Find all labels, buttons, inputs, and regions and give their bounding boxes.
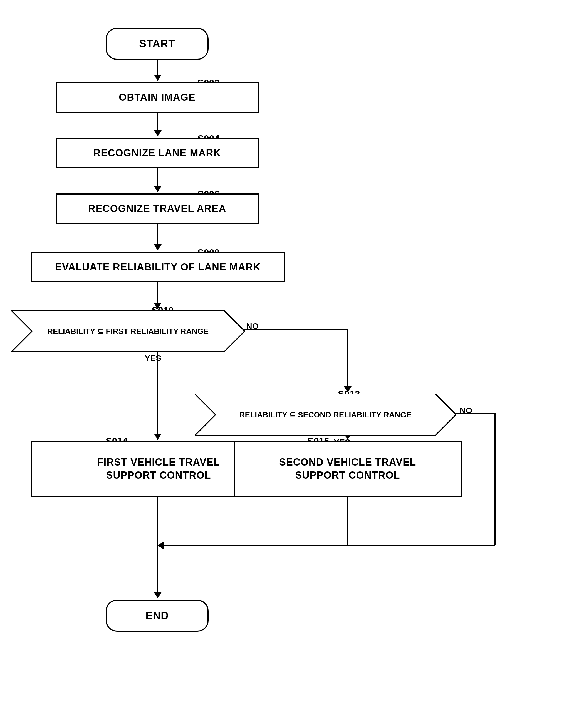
- end-terminal: END: [106, 600, 209, 632]
- s010-decision-svg: RELIABILITY ⊆ FIRST RELIABILITY RANGE: [11, 310, 245, 352]
- s016-process: SECOND VEHICLE TRAVEL SUPPORT CONTROL: [234, 441, 462, 497]
- svg-text:RELIABILITY ⊆ SECOND RELIABILI: RELIABILITY ⊆ SECOND RELIABILITY RANGE: [239, 410, 411, 419]
- svg-marker-24: [154, 592, 162, 598]
- s014-line1: FIRST VEHICLE TRAVEL: [97, 456, 220, 469]
- s006-label: RECOGNIZE TRAVEL AREA: [88, 203, 226, 215]
- s004-label: RECOGNIZE LANE MARK: [93, 147, 221, 159]
- s004-process: RECOGNIZE LANE MARK: [56, 138, 259, 168]
- end-label: END: [146, 610, 169, 622]
- svg-marker-17: [154, 130, 162, 136]
- s008-process: EVALUATE RELIABILITY OF LANE MARK: [31, 252, 285, 282]
- svg-marker-16: [154, 75, 162, 81]
- s016-line2: SUPPORT CONTROL: [295, 469, 400, 482]
- svg-marker-19: [154, 244, 162, 250]
- s014-line2: SUPPORT CONTROL: [106, 469, 211, 482]
- s002-process: OBTAIN IMAGE: [56, 82, 259, 113]
- svg-marker-18: [154, 186, 162, 192]
- s012-no-label: NO: [460, 406, 472, 415]
- s002-label: OBTAIN IMAGE: [119, 92, 195, 103]
- s010-yes-label: YES: [145, 353, 161, 363]
- start-label: START: [139, 38, 175, 50]
- s016-line1: SECOND VEHICLE TRAVEL: [279, 456, 416, 469]
- s008-label: EVALUATE RELIABILITY OF LANE MARK: [55, 261, 261, 273]
- s006-process: RECOGNIZE TRAVEL AREA: [56, 193, 259, 224]
- flowchart: START S002 OBTAIN IMAGE S004 RECOGNIZE L…: [0, 0, 564, 728]
- s012-decision-svg: RELIABILITY ⊆ SECOND RELIABILITY RANGE: [195, 394, 456, 436]
- svg-marker-25: [158, 542, 164, 549]
- svg-text:RELIABILITY ⊆ FIRST RELIABILIT: RELIABILITY ⊆ FIRST RELIABILITY RANGE: [47, 327, 209, 336]
- s010-no-label: NO: [246, 321, 259, 331]
- start-terminal: START: [106, 28, 209, 60]
- svg-marker-21: [154, 434, 162, 440]
